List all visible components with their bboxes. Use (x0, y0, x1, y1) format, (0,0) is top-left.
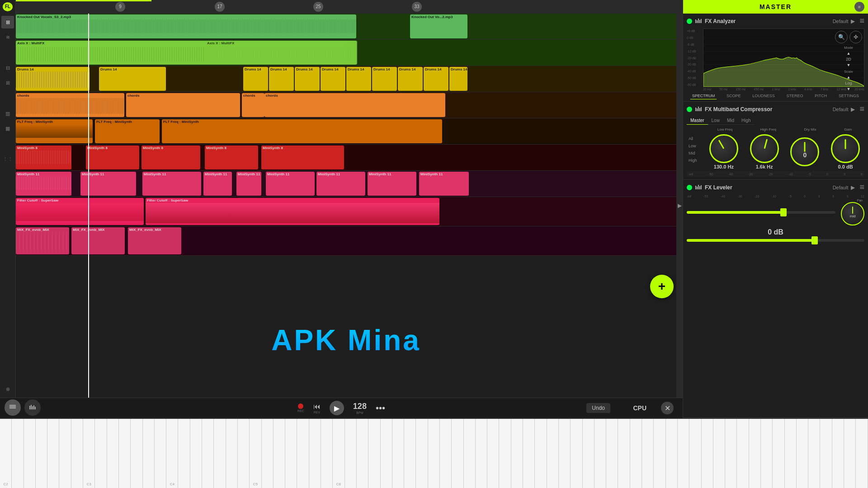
add-button[interactable]: + (650, 275, 674, 298)
clip-vocals-2[interactable]: Knocked Out Vo...2.mp3 (410, 14, 467, 38)
white-key[interactable] (773, 419, 784, 488)
fx-leveler-preset-arrow[interactable]: ▶ (851, 184, 855, 191)
tab-loudness[interactable]: LOUDNESS (750, 93, 777, 99)
white-key[interactable] (583, 419, 594, 488)
mb-tab-high[interactable]: High (738, 117, 755, 125)
white-key[interactable] (820, 419, 832, 488)
white-key[interactable] (559, 419, 571, 488)
clip-chords-2[interactable]: chords (126, 93, 240, 117)
mb-tab-master[interactable]: Master (687, 117, 708, 125)
white-key[interactable] (511, 419, 523, 488)
white-key[interactable] (428, 419, 440, 488)
white-key[interactable] (297, 419, 309, 488)
white-key[interactable] (309, 419, 321, 488)
leveler-bottom-track[interactable] (687, 239, 864, 242)
clip-ms11-5[interactable]: MiniSynth 11 (236, 172, 261, 196)
fx-multiband-menu-btn[interactable]: ≡ (859, 104, 864, 114)
knob-gain[interactable] (831, 134, 860, 163)
sidebar-grid1-icon[interactable]: ⊟ (1, 61, 14, 74)
white-key[interactable] (476, 419, 487, 488)
white-key[interactable] (12, 419, 24, 488)
white-key[interactable] (368, 419, 380, 488)
clip-mix-1[interactable]: MIX_FX_evnb_MIX (16, 227, 69, 254)
white-key[interactable] (844, 419, 856, 488)
white-key[interactable] (654, 419, 665, 488)
white-key[interactable] (630, 419, 642, 488)
white-key[interactable] (143, 419, 155, 488)
white-key[interactable] (606, 419, 618, 488)
mb-tab-low[interactable]: Low (708, 117, 723, 125)
white-key[interactable] (47, 419, 59, 488)
fx-multiband-dot[interactable] (687, 107, 692, 112)
clip-drums-8[interactable]: Drums 14 (372, 67, 397, 91)
clip-chords-4[interactable]: chords (264, 93, 445, 117)
white-key[interactable] (119, 419, 131, 488)
white-key[interactable] (131, 419, 142, 488)
white-key[interactable] (381, 419, 392, 488)
white-key[interactable] (440, 419, 452, 488)
white-key-c4[interactable]: C4 (166, 419, 178, 488)
white-key[interactable] (95, 419, 107, 488)
mode-down-btn[interactable]: ▼ (847, 63, 851, 67)
white-key[interactable] (452, 419, 463, 488)
white-key-c3[interactable]: C3 (83, 419, 95, 488)
clip-ms8-5[interactable]: MiniSynth 8 (261, 145, 344, 169)
tab-pitch[interactable]: PITCH (813, 93, 829, 99)
play-button[interactable]: ▶ (330, 401, 344, 415)
clip-flt-2[interactable]: FLT Freq : MiniSynth (95, 119, 160, 143)
clip-filter-1[interactable]: Filter Cutoff : SuperSaw (16, 198, 144, 225)
white-key[interactable] (702, 419, 713, 488)
white-key[interactable] (678, 419, 689, 488)
fx-multiband-preset-arrow[interactable]: ▶ (851, 106, 855, 113)
sidebar-bar2-icon[interactable]: ▦ (1, 122, 14, 135)
undo-button[interactable]: Undo (586, 403, 610, 413)
white-key[interactable] (761, 419, 773, 488)
white-key-c2[interactable]: C2 (0, 419, 12, 488)
white-key-c6[interactable]: C6 (333, 419, 344, 488)
fx-leveler-menu-btn[interactable]: ≡ (859, 183, 864, 192)
white-key[interactable] (214, 419, 226, 488)
fx-analyzer-dot[interactable] (687, 19, 692, 24)
white-key[interactable] (24, 419, 36, 488)
white-key[interactable] (392, 419, 404, 488)
white-key[interactable] (59, 419, 71, 488)
white-key[interactable] (238, 419, 250, 488)
white-key[interactable] (107, 419, 119, 488)
white-key[interactable] (808, 419, 820, 488)
pan-knob[interactable]: mid (841, 202, 864, 225)
mb-band-high[interactable]: High (687, 157, 703, 164)
sidebar-dot-icon[interactable]: ⋮⋮ (1, 153, 14, 165)
white-key[interactable] (535, 419, 547, 488)
white-key-c5[interactable]: C5 (250, 419, 261, 488)
tab-stereo[interactable]: STEREO (785, 93, 805, 99)
mb-tab-mid[interactable]: Mid (723, 117, 738, 125)
mb-band-mid[interactable]: Mid (687, 150, 703, 156)
white-key[interactable] (345, 419, 357, 488)
clip-multifx-2[interactable]: Axis X : MultiFX (206, 41, 357, 65)
leveler-track[interactable] (687, 211, 835, 214)
white-key[interactable] (226, 419, 238, 488)
white-key[interactable] (749, 419, 761, 488)
clip-mix-2[interactable]: MIX_FX_evnb_MIX (71, 227, 125, 254)
clip-ms11-6[interactable]: MiniSynth 11 (266, 172, 315, 196)
clip-drums-4[interactable]: Drums 14 (269, 67, 294, 91)
clip-ms11-4[interactable]: MiniSynth 11 (203, 172, 232, 196)
master-menu-btn[interactable]: ≡ (854, 2, 864, 12)
white-key[interactable] (357, 419, 368, 488)
piano-roll-icon[interactable] (5, 399, 21, 416)
close-button[interactable]: ✕ (661, 402, 674, 414)
clip-ms11-8[interactable]: MiniSynth 11 (368, 172, 416, 196)
clip-ms11-9[interactable]: MiniSynth 11 (419, 172, 469, 196)
white-key[interactable] (737, 419, 749, 488)
fx-analyzer-preset-arrow[interactable]: ▶ (851, 18, 855, 24)
sidebar-grid2-icon[interactable]: ⊞ (1, 76, 14, 89)
knob-highfreq[interactable] (750, 134, 779, 163)
clip-ms11-1[interactable]: MiniSynth 11 (16, 172, 71, 196)
white-key[interactable] (618, 419, 630, 488)
white-key[interactable] (155, 419, 166, 488)
white-key[interactable] (190, 419, 202, 488)
white-key[interactable] (713, 419, 725, 488)
white-key[interactable] (285, 419, 297, 488)
sidebar-bottom-icon[interactable]: ⊕ (1, 383, 14, 395)
clip-ms8-3[interactable]: MiniSynth 8 (142, 145, 200, 169)
